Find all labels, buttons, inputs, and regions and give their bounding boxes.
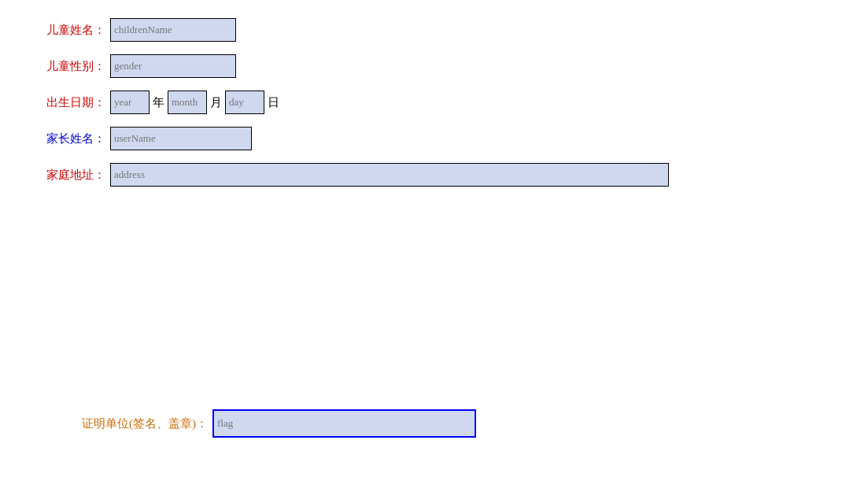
day-separator: 日 bbox=[268, 95, 279, 110]
input-year[interactable] bbox=[110, 91, 150, 114]
input-gender[interactable] bbox=[110, 54, 236, 78]
row-children-name: 儿童姓名： bbox=[31, 16, 837, 44]
input-month[interactable] bbox=[168, 91, 207, 114]
row-birth-date: 出生日期： 年 月 日 bbox=[31, 88, 837, 116]
input-day[interactable] bbox=[225, 91, 264, 114]
label-birth-date: 出生日期： bbox=[31, 95, 110, 110]
label-home-address: 家庭地址： bbox=[31, 168, 110, 183]
year-separator: 年 bbox=[153, 95, 164, 110]
input-children-name[interactable] bbox=[110, 18, 236, 42]
input-username[interactable] bbox=[110, 127, 252, 150]
form-container: 儿童姓名： 儿童性别： 出生日期： 年 月 日 家长姓名： 家庭地址： 证明单位… bbox=[0, 0, 868, 453]
input-address[interactable] bbox=[110, 163, 669, 187]
row-children-gender: 儿童性别： bbox=[31, 52, 837, 80]
month-separator: 月 bbox=[210, 95, 222, 110]
row-unit: 证明单位(签名、盖章)： bbox=[31, 409, 837, 438]
row-parent-name: 家长姓名： bbox=[31, 124, 837, 153]
label-parent-name: 家长姓名： bbox=[31, 131, 110, 146]
label-children-gender: 儿童性别： bbox=[31, 59, 110, 74]
label-unit: 证明单位(签名、盖章)： bbox=[31, 416, 212, 431]
label-children-name: 儿童姓名： bbox=[31, 23, 110, 38]
input-flag[interactable] bbox=[212, 409, 476, 438]
row-home-address: 家庭地址： bbox=[31, 161, 837, 189]
